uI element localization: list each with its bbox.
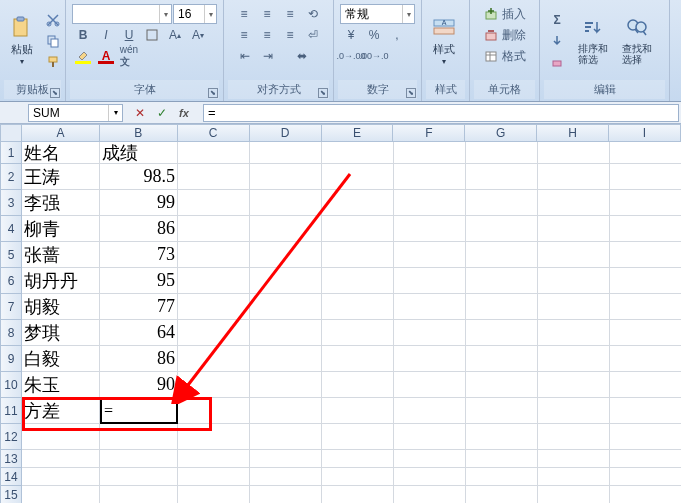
cell-G6[interactable]: [466, 268, 538, 294]
cell-E6[interactable]: [322, 268, 394, 294]
cell-B9[interactable]: 86: [100, 346, 178, 372]
cell-C10[interactable]: [178, 372, 250, 398]
clipboard-expand[interactable]: ⬊: [50, 88, 60, 98]
cell-C7[interactable]: [178, 294, 250, 320]
font-expand[interactable]: ⬊: [208, 88, 218, 98]
align-bottom-button[interactable]: ≡: [279, 4, 301, 24]
cell-H3[interactable]: [538, 190, 610, 216]
cell-B11[interactable]: [100, 398, 178, 424]
cell-I7[interactable]: [610, 294, 681, 320]
cell-F15[interactable]: [394, 486, 466, 503]
cell-D6[interactable]: [250, 268, 322, 294]
cell-H12[interactable]: [538, 424, 610, 450]
cell-A1[interactable]: 姓名: [22, 142, 100, 164]
wrap-button[interactable]: ⏎: [302, 25, 324, 45]
cell-G9[interactable]: [466, 346, 538, 372]
row-header-13[interactable]: 13: [0, 450, 22, 468]
cell-F14[interactable]: [394, 468, 466, 486]
cell-H9[interactable]: [538, 346, 610, 372]
cell-A7[interactable]: 胡毅: [22, 294, 100, 320]
cell-I1[interactable]: [610, 142, 681, 164]
bold-button[interactable]: B: [72, 25, 94, 45]
active-cell-input[interactable]: [104, 402, 174, 420]
styles-button[interactable]: A 样式 ▾: [426, 14, 462, 68]
shrink-font-button[interactable]: A▾: [187, 25, 209, 45]
align-right-button[interactable]: ≡: [279, 25, 301, 45]
cell-B12[interactable]: [100, 424, 178, 450]
percent-button[interactable]: %: [363, 25, 385, 45]
cell-C4[interactable]: [178, 216, 250, 242]
cell-I14[interactable]: [610, 468, 681, 486]
cell-A8[interactable]: 梦琪: [22, 320, 100, 346]
cell-I3[interactable]: [610, 190, 681, 216]
cell-F1[interactable]: [394, 142, 466, 164]
indent-dec-button[interactable]: ⇤: [234, 46, 256, 66]
cell-G15[interactable]: [466, 486, 538, 503]
row-header-4[interactable]: 4: [0, 216, 22, 242]
row-header-6[interactable]: 6: [0, 268, 22, 294]
cell-C1[interactable]: [178, 142, 250, 164]
cell-F5[interactable]: [394, 242, 466, 268]
cell-B2[interactable]: 98.5: [100, 164, 178, 190]
format-button[interactable]: 格式: [483, 46, 527, 66]
row-header-12[interactable]: 12: [0, 424, 22, 450]
cell-G3[interactable]: [466, 190, 538, 216]
cell-B5[interactable]: 73: [100, 242, 178, 268]
cell-A3[interactable]: 李强: [22, 190, 100, 216]
cell-B14[interactable]: [100, 468, 178, 486]
paste-button[interactable]: 粘贴 ▾: [4, 14, 40, 68]
cell-A6[interactable]: 胡丹丹: [22, 268, 100, 294]
cell-G11[interactable]: [466, 398, 538, 424]
cell-H13[interactable]: [538, 450, 610, 468]
cell-F12[interactable]: [394, 424, 466, 450]
cell-B3[interactable]: 99: [100, 190, 178, 216]
autosum-button[interactable]: Σ: [546, 10, 568, 30]
cell-D7[interactable]: [250, 294, 322, 320]
cell-D1[interactable]: [250, 142, 322, 164]
cell-F9[interactable]: [394, 346, 466, 372]
cell-C11[interactable]: [178, 398, 250, 424]
cell-E1[interactable]: [322, 142, 394, 164]
cell-H7[interactable]: [538, 294, 610, 320]
align-top-button[interactable]: ≡: [233, 4, 255, 24]
cell-B1[interactable]: 成绩: [100, 142, 178, 164]
copy-button[interactable]: [42, 31, 64, 51]
cell-E3[interactable]: [322, 190, 394, 216]
number-format-combo[interactable]: 常规▾: [340, 4, 415, 24]
row-header-3[interactable]: 3: [0, 190, 22, 216]
align-middle-button[interactable]: ≡: [256, 4, 278, 24]
cell-D15[interactable]: [250, 486, 322, 503]
align-left-button[interactable]: ≡: [233, 25, 255, 45]
fill-color-button[interactable]: [72, 46, 94, 66]
cell-D5[interactable]: [250, 242, 322, 268]
cell-D10[interactable]: [250, 372, 322, 398]
row-header-9[interactable]: 9: [0, 346, 22, 372]
cell-I5[interactable]: [610, 242, 681, 268]
cell-C12[interactable]: [178, 424, 250, 450]
currency-button[interactable]: ¥: [340, 25, 362, 45]
cell-A12[interactable]: [22, 424, 100, 450]
cell-C13[interactable]: [178, 450, 250, 468]
cell-G2[interactable]: [466, 164, 538, 190]
cell-B6[interactable]: 95: [100, 268, 178, 294]
enter-formula-button[interactable]: ✓: [153, 104, 171, 122]
cell-B8[interactable]: 64: [100, 320, 178, 346]
cell-I2[interactable]: [610, 164, 681, 190]
fx-button[interactable]: fx: [175, 104, 193, 122]
font-size-combo[interactable]: 16▾: [173, 4, 217, 24]
underline-button[interactable]: U: [118, 25, 140, 45]
cell-C8[interactable]: [178, 320, 250, 346]
font-color-button[interactable]: A: [95, 46, 117, 66]
merge-button[interactable]: ⬌: [280, 46, 324, 66]
cell-E5[interactable]: [322, 242, 394, 268]
col-header-F[interactable]: F: [393, 124, 465, 142]
cell-C6[interactable]: [178, 268, 250, 294]
col-header-H[interactable]: H: [537, 124, 609, 142]
cell-E10[interactable]: [322, 372, 394, 398]
cell-C2[interactable]: [178, 164, 250, 190]
cell-D3[interactable]: [250, 190, 322, 216]
col-header-D[interactable]: D: [250, 124, 322, 142]
row-header-2[interactable]: 2: [0, 164, 22, 190]
font-name-combo[interactable]: ▾: [72, 4, 172, 24]
cell-F6[interactable]: [394, 268, 466, 294]
